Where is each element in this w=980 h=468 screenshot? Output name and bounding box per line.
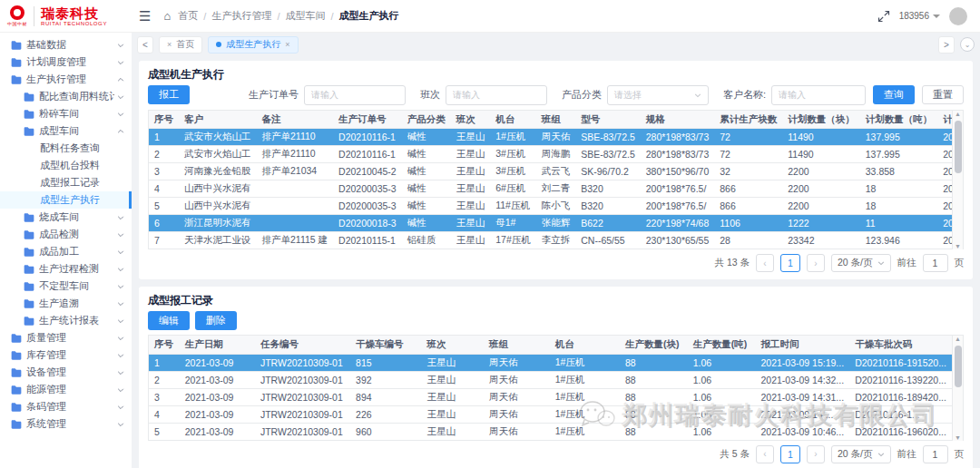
sidebar-item-粉碎车间[interactable]: 粉碎车间 [0, 105, 132, 122]
scroll-up-icon[interactable]: ▲ [955, 111, 961, 117]
tabs-scroll-right-icon[interactable]: > [938, 36, 955, 54]
shift-input[interactable] [446, 85, 547, 105]
goto-page-input[interactable] [923, 445, 948, 463]
customer-name-input[interactable] [771, 85, 866, 105]
table-row[interactable]: 7天津水泥工业设排产单21115 建D20210115-1铝硅质王星山17#压机… [149, 232, 952, 249]
table-cell: 11#压机 [490, 198, 536, 215]
sidebar-item-条码管理[interactable]: 条码管理 [0, 398, 132, 415]
next-page-button[interactable]: › [807, 254, 825, 272]
chevron-down-icon [117, 59, 124, 66]
scroll-down-icon[interactable]: ▼ [955, 434, 961, 441]
close-icon[interactable]: × [285, 40, 289, 49]
prev-page-button[interactable]: ‹ [756, 445, 774, 463]
table-cell: 200*198*76.5/ [641, 180, 715, 198]
table-cell: 1.06 [688, 405, 756, 423]
sidebar-item-成型车间[interactable]: 成型车间 [0, 122, 132, 140]
table-row[interactable]: 52021-03-09JTRW20210309-01960王星山周天佑1#压机8… [149, 423, 952, 440]
sidebar-item-不定型车间[interactable]: 不定型车间 [0, 278, 132, 295]
fullscreen-icon[interactable] [877, 10, 890, 23]
vertical-scrollbar[interactable]: ▲ ▼ [952, 336, 963, 441]
folder-icon [24, 299, 34, 308]
table-cell: 815 [350, 354, 422, 371]
scroll-down-icon[interactable]: ▼ [955, 243, 961, 249]
sidebar-item-label: 成型机台投料 [40, 159, 124, 172]
sidebar-collapse-icon[interactable]: ☰ [139, 8, 151, 24]
sidebar-item-系统管理[interactable]: 系统管理 [0, 415, 132, 433]
table-cell: B622 [575, 215, 641, 232]
current-page[interactable]: 1 [780, 254, 800, 272]
table-row[interactable]: 1武安市火焰山工排产单21110D20210116-1碱性王星山1#压机周天佑S… [149, 129, 952, 146]
reset-button[interactable]: 重置 [922, 85, 964, 104]
table-row[interactable]: 6浙江昆明水泥有D20200018-3碱性王星山母1#张能辉B622220*19… [149, 215, 952, 232]
sidebar-item-成型机台投料[interactable]: 成型机台投料 [0, 157, 132, 174]
sidebar-item-成型报工记录[interactable]: 成型报工记录 [0, 174, 132, 191]
scroll-up-icon[interactable]: ▲ [955, 336, 961, 342]
table-cell: D20210116-196020... [849, 423, 952, 440]
sidebar-item-生产执行管理[interactable]: 生产执行管理 [0, 71, 132, 88]
search-button[interactable]: 查询 [873, 85, 915, 104]
next-page-button[interactable]: › [807, 445, 825, 463]
current-page[interactable]: 1 [780, 445, 800, 463]
sidebar-item-设备管理[interactable]: 设备管理 [0, 364, 132, 381]
scrollbar-thumb[interactable] [955, 346, 962, 387]
table-cell: 3#压机 [490, 163, 536, 180]
sidebar-item-生产统计报表[interactable]: 生产统计报表 [0, 312, 132, 329]
table-row[interactable]: 22021-03-09JTRW20210309-01392王星山周天佑1#压机8… [149, 371, 952, 388]
tab-molding-production[interactable]: 成型生产执行 × [208, 36, 298, 54]
table-row[interactable]: 3河南豫光金铅股排产单21034D20210045-2碱性王星山3#压机武云飞S… [149, 163, 952, 180]
scrollbar-thumb[interactable] [955, 121, 962, 173]
table-row[interactable]: 12021-03-09JTRW20210309-01815王星山周天佑1#压机8… [149, 354, 952, 371]
product-category-select[interactable]: 请选择 [607, 85, 709, 105]
avatar[interactable] [949, 7, 967, 25]
page-size-select[interactable]: 20 条/页 [831, 254, 891, 272]
table-row[interactable]: 32021-03-09JTRW20210309-01894王星山周天佑1#压机8… [149, 388, 952, 405]
table-cell: 18 [860, 198, 938, 215]
goto-page-input[interactable] [923, 254, 948, 272]
folder-icon [11, 403, 22, 412]
sidebar-item-label: 生产执行管理 [26, 73, 114, 86]
table-cell: 6#压机 [490, 180, 536, 198]
table-cell: 380*150*96/70 [641, 163, 715, 180]
sidebar-item-能源管理[interactable]: 能源管理 [0, 381, 132, 398]
table-row[interactable]: 5山西中兴水泥有D20200035-3碱性王星山11#压机陈小飞B320200*… [149, 198, 952, 215]
tab-home[interactable]: × 首页 [159, 36, 202, 54]
sidebar-item-质量管理[interactable]: 质量管理 [0, 329, 132, 346]
sidebar-item-成型生产执行[interactable]: 成型生产执行 [0, 191, 132, 209]
close-icon[interactable]: × [167, 40, 172, 49]
sidebar-item-烧成车间[interactable]: 烧成车间 [0, 209, 132, 226]
sidebar-item-计划调度管理[interactable]: 计划调度管理 [0, 54, 132, 71]
sidebar-item-库存管理[interactable]: 库存管理 [0, 346, 132, 364]
table-cell: 1106 [714, 215, 782, 232]
sidebar-item-生产过程检测[interactable]: 生产过程检测 [0, 260, 132, 278]
report-work-button[interactable]: 报工 [148, 85, 190, 104]
breadcrumb-item[interactable]: 首页 [178, 9, 198, 23]
table-row[interactable]: 42021-03-09JTRW20210309-01226王星山周天佑1#压机8… [149, 405, 952, 423]
tab-options-icon[interactable]: ⌄ [960, 37, 975, 52]
table-row[interactable]: 4山西中兴水泥有D20200035-3碱性王星山6#压机刘二青B320200*1… [149, 180, 952, 198]
table-cell: B320 [575, 180, 641, 198]
sidebar-item-成品加工[interactable]: 成品加工 [0, 243, 132, 260]
breadcrumb-item[interactable]: 成型车间 [285, 9, 325, 23]
delete-button[interactable]: 删除 [195, 311, 237, 330]
sidebar-item-生产追溯[interactable]: 生产追溯 [0, 295, 132, 312]
sidebar-item-配比查询用料统计[interactable]: 配比查询用料统计 [0, 88, 132, 105]
table-cell: 2200 [782, 198, 860, 215]
sidebar-item-基础数据[interactable]: 基础数据 [0, 36, 132, 54]
column-header: 计划数量（块） [782, 111, 860, 129]
home-icon[interactable]: ⌂ [163, 9, 171, 23]
table-row[interactable]: 2武安市火焰山工排产单21110D20210116-1碱性王星山3#压机周海鹏S… [149, 146, 952, 163]
table-cell: 88 [620, 405, 688, 423]
sidebar-item-成品检测[interactable]: 成品检测 [0, 226, 132, 243]
table-cell: 王星山 [451, 129, 491, 146]
sidebar-item-配料任务查询[interactable]: 配料任务查询 [0, 140, 132, 157]
table-cell: JTRW20210309-01 [255, 371, 350, 388]
vertical-scrollbar[interactable]: ▲ ▼ [952, 111, 963, 250]
user-menu[interactable]: 183956 [899, 11, 940, 21]
order-no-input[interactable] [304, 85, 406, 105]
edit-button[interactable]: 编辑 [148, 311, 190, 330]
table-cell: 72 [714, 146, 782, 163]
page-size-select[interactable]: 20 条/页 [831, 445, 891, 463]
tabs-scroll-left-icon[interactable]: < [137, 36, 153, 54]
breadcrumb-item[interactable]: 生产执行管理 [211, 9, 271, 23]
prev-page-button[interactable]: ‹ [756, 254, 774, 272]
